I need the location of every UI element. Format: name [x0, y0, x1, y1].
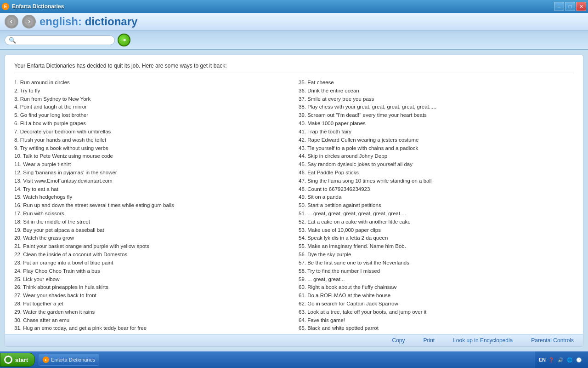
list-item: 35. Eat cheese — [299, 79, 574, 87]
taskbar-items: E Enfarta Dictionaries — [37, 354, 533, 366]
list-item: 25. Lick your elbow — [14, 276, 289, 284]
lookup-link[interactable]: Look up in Encyclopedia — [453, 337, 513, 344]
left-column: 1. Run around in circles2. Try to fly3. … — [14, 79, 289, 334]
search-icon: 🔍 — [9, 37, 16, 44]
right-column: 35. Eat cheese36. Drink the entire ocean… — [299, 79, 574, 334]
nav-bar: english: dictionary — [0, 13, 588, 31]
taskbar-right: EN ❓ 🔊 🌐 🕐 — [535, 351, 588, 368]
help-icon: ❓ — [548, 356, 555, 363]
back-button[interactable] — [5, 15, 18, 29]
list-item: 60. Right a book about the fluffy chains… — [299, 283, 574, 292]
content-panel: Your Enfarta Dictionaries has decided to… — [5, 55, 583, 347]
list-item: 44. Skip in circles around Johny Depp — [299, 152, 574, 161]
intro-text: Your Enfarta Dictionaries has decided to… — [14, 63, 574, 73]
list-item: 38. Play chess with your great, great, g… — [299, 103, 574, 111]
copy-link[interactable]: Copy — [392, 337, 405, 344]
title-bar: E Enfarta Dictionaries – □ ✕ — [0, 0, 588, 13]
list-item: 50. Start a petition against petitions — [299, 201, 574, 210]
taskbar-app-label: Enfarta Dictionaries — [51, 357, 95, 362]
list-item: 39. Scream out "I'm dead!" every time yo… — [299, 111, 574, 120]
list-item: 3. Run from Sydney to New York — [14, 95, 289, 104]
list-item: 13. Visit www.EmoFantasy.deviantart.com — [14, 177, 289, 185]
forward-button[interactable] — [22, 15, 36, 29]
start-label: start — [15, 356, 28, 363]
list-item: 20. Watch the grass grow — [14, 234, 289, 242]
list-item: 54. Speak lyk dis in a letta 2 da queen — [299, 234, 574, 242]
list-item: 65. Black and white spotted parrot — [299, 324, 574, 333]
list-item: 17. Run with scissors — [14, 210, 289, 218]
start-button[interactable]: start — [0, 353, 35, 367]
search-input[interactable] — [18, 37, 110, 43]
list-item: 26. Think about pineapples in hula skirt… — [14, 283, 289, 292]
list-item: 7. Decorate your bedroom with umbrellas — [14, 128, 289, 136]
list-item: 45. Say random dyslexic jokes to yoursel… — [299, 161, 574, 169]
parental-link[interactable]: Parental Controls — [531, 337, 574, 344]
list-item: 12. Sing 'bananas in pyjamas' in the sho… — [14, 169, 289, 177]
action-bar: Copy Print Look up in Encyclopedia Paren… — [5, 334, 583, 346]
window-controls: – □ ✕ — [554, 2, 586, 11]
list-item: 64. Fave this game! — [299, 316, 574, 325]
speaker-icon: 🔊 — [557, 356, 564, 363]
list-item: 46. Eat Paddle Pop sticks — [299, 169, 574, 177]
main-area: Your Enfarta Dictionaries has decided to… — [0, 50, 588, 351]
list-item: 10. Talk to Pete Wentz using mourse code — [14, 152, 289, 161]
search-go-button[interactable] — [118, 34, 130, 46]
list-item: 52. Eat a cake on a cake with another li… — [299, 218, 574, 226]
nav-title-main: dictionary — [85, 15, 138, 28]
list-item: 57. Be the first sane one to visit the N… — [299, 259, 574, 267]
list-item: 19. Buy your pet alpaca a baseball bat — [14, 226, 289, 235]
network-icon: 🌐 — [566, 356, 573, 363]
list-item: 63. Look at a tree, take off your boots,… — [299, 308, 574, 316]
list-item: 15. Watch hedgehogs fly — [14, 193, 289, 201]
search-wrapper: 🔍 — [5, 35, 115, 45]
list-item: 2. Try to fly — [14, 87, 289, 95]
nav-title-prefix: english: — [40, 15, 85, 28]
list-item: 27. Wear your shades back to front — [14, 292, 289, 300]
list-item: 36. Drink the entire ocean — [299, 87, 574, 95]
list-item: 41. Trap the tooth fairy — [299, 128, 574, 136]
maximize-button[interactable]: □ — [565, 2, 575, 11]
minimize-button[interactable]: – — [554, 2, 564, 11]
list-item: 16. Run up and down the street several t… — [14, 201, 289, 210]
list-item: 30. Chase after an emu — [14, 316, 289, 325]
title-bar-left: E Enfarta Dictionaries — [2, 3, 64, 10]
page-title: english: dictionary — [40, 15, 137, 28]
list-item: 23. Put an orange into a bowl of blue pa… — [14, 259, 289, 267]
list-item: 47. Sing the llama song 10 times while s… — [299, 177, 574, 185]
svg-text:E: E — [4, 4, 7, 9]
list-item: 58. Try to find the number I missed — [299, 267, 574, 276]
svg-point-2 — [9, 19, 14, 24]
svg-point-4 — [6, 357, 11, 362]
print-link[interactable]: Print — [424, 337, 435, 344]
list-item: 9. Try writing a book without using verb… — [14, 144, 289, 153]
list-item: 21. Paint your basket orange and purple … — [14, 242, 289, 251]
list-item: 53. Make use of 10,000 paper clips — [299, 226, 574, 235]
app-icon: E — [2, 3, 9, 10]
list-item: 8. Flush your hands and wash the toilet — [14, 136, 289, 144]
list-item: 1. Run around in circles — [14, 79, 289, 87]
list-item: 61. Do a ROFLMAO at the white house — [299, 292, 574, 300]
list-item: 11. Wear a purple t-shirt — [14, 161, 289, 169]
start-icon — [4, 356, 12, 364]
list-item: 59. ... great, great... — [299, 276, 574, 284]
list-item: 48. Count to 66792346234923 — [299, 185, 574, 194]
taskbar: start E Enfarta Dictionaries EN ❓ 🔊 🌐 🕐 — [0, 351, 588, 368]
list-item: 24. Play Choo Choo Train with a bus — [14, 267, 289, 276]
list-item: 51. ... great, great, great, great, grea… — [299, 210, 574, 218]
list-item: 14. Try to eat a hat — [14, 185, 289, 194]
search-bar: 🔍 — [0, 31, 588, 50]
list-item: 28. Put together a jet — [14, 300, 289, 308]
close-button[interactable]: ✕ — [576, 2, 586, 11]
list-item: 42. Rape Edward Cullen wearing a jesters… — [299, 136, 574, 144]
list-item: 43. Tie yourself to a pole with chains a… — [299, 144, 574, 153]
taskbar-app-icon: E — [43, 356, 49, 363]
list-item: 4. Point and laugh at the mirror — [14, 103, 289, 111]
list-item: 18. Sit in the middle of the street — [14, 218, 289, 226]
content-body: Your Enfarta Dictionaries has decided to… — [5, 55, 583, 334]
list-item: 6. Fill a box with purple grapes — [14, 120, 289, 128]
list-item: 56. Dye the sky purple — [299, 251, 574, 259]
language-indicator: EN — [539, 357, 546, 362]
list-item: 40. Make 1000 paper planes — [299, 120, 574, 128]
taskbar-app-item[interactable]: E Enfarta Dictionaries — [39, 354, 99, 366]
list-container: 1. Run around in circles2. Try to fly3. … — [14, 79, 574, 334]
